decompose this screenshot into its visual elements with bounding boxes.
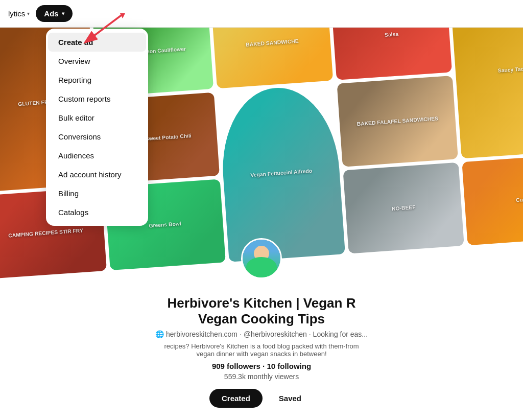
dropdown-item-bulk-editor[interactable]: Bulk editor xyxy=(48,108,146,127)
food-image-12: Curry xyxy=(462,154,523,245)
ads-button[interactable]: Ads ▾ xyxy=(36,5,72,22)
analytics-chevron-icon: ▾ xyxy=(27,11,30,16)
ads-dropdown-menu: Create ad Overview Reporting Custom repo… xyxy=(46,29,148,226)
profile-separator2: · Looking for eas... xyxy=(309,330,368,338)
profile-meta: 🌐 herbivoreskitchen.com · @herbivoreskit… xyxy=(10,330,513,338)
food-image-3: BAKED SANDWICHE xyxy=(211,28,333,88)
dropdown-item-custom-reports[interactable]: Custom reports xyxy=(48,89,146,108)
dropdown-item-overview[interactable]: Overview xyxy=(48,52,146,71)
profile-name: Herbivore's Kitchen | Vegan RVegan Cooki… xyxy=(10,295,513,327)
food-image-8: BAKED FALAFEL SANDWICHES xyxy=(337,76,458,167)
profile-separator: · xyxy=(240,330,242,338)
ads-button-label: Ads xyxy=(44,9,58,18)
dropdown-item-audiences[interactable]: Audiences xyxy=(48,146,146,165)
profile-handle: @herbivoreskitchen xyxy=(244,330,307,338)
dropdown-item-create-ad[interactable]: Create ad xyxy=(48,33,146,52)
globe-icon: 🌐 xyxy=(155,330,164,338)
food-image-11: NO-BEEF xyxy=(343,162,464,254)
tab-saved[interactable]: Saved xyxy=(267,389,314,408)
profile-stats: 909 followers · 10 following xyxy=(10,362,513,370)
analytics-label: lytics xyxy=(8,9,25,18)
monthly-viewers: 559.3k monthly viewers xyxy=(10,372,513,381)
avatar xyxy=(241,238,282,279)
navbar: lytics ▾ Ads ▾ xyxy=(0,0,523,28)
profile-section: Herbivore's Kitchen | Vegan RVegan Cooki… xyxy=(0,248,523,418)
avatar-image xyxy=(243,240,280,277)
tab-created[interactable]: Created xyxy=(209,389,263,408)
dropdown-item-conversions[interactable]: Conversions xyxy=(48,127,146,146)
dropdown-item-billing[interactable]: Billing xyxy=(48,184,146,203)
analytics-nav[interactable]: lytics ▾ xyxy=(8,9,30,18)
followers-count: 909 followers xyxy=(212,362,260,370)
following-count: 10 following xyxy=(267,362,311,370)
profile-bio: recipes? Herbivore's Kitchen is a food b… xyxy=(134,342,389,358)
food-image-4: Salsa xyxy=(330,28,452,80)
dropdown-item-catalogs[interactable]: Catalogs xyxy=(48,203,146,222)
dropdown-item-ad-account-history[interactable]: Ad account history xyxy=(48,165,146,184)
dropdown-item-reporting[interactable]: Reporting xyxy=(48,71,146,89)
profile-website[interactable]: herbivoreskitchen.com xyxy=(166,330,237,338)
food-image-5: Saucy Tacos xyxy=(450,28,523,158)
profile-tabs: Created Saved xyxy=(10,389,513,408)
food-image-7: Vegan Fettuccini Alfredo xyxy=(218,84,345,262)
ads-chevron-icon: ▾ xyxy=(62,11,64,16)
